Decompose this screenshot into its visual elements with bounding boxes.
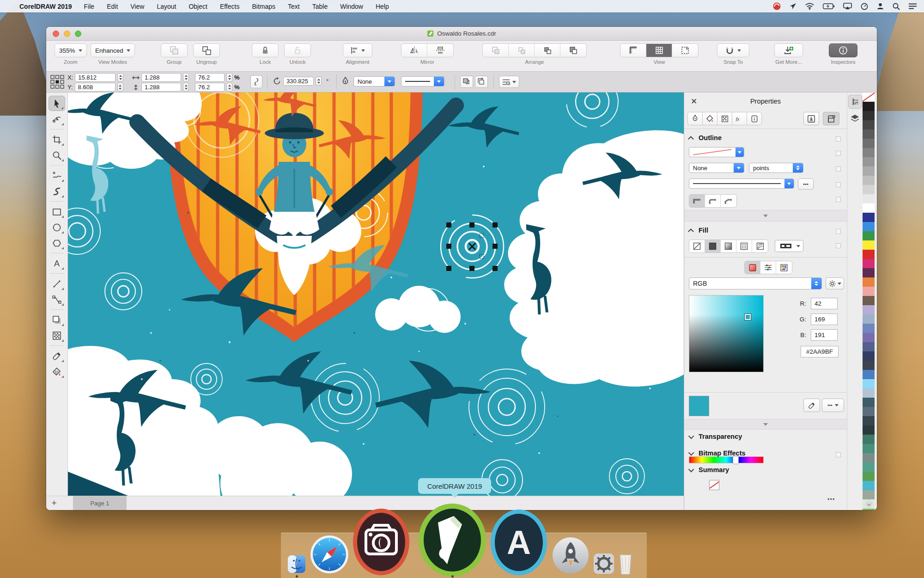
fill-collapse-strip[interactable] [684,419,847,430]
palette-swatch[interactable] [863,509,875,510]
color-options-button[interactable] [826,277,844,289]
texture-fill-button[interactable] [752,240,768,252]
palette-swatch[interactable] [863,305,875,314]
palette-swatch[interactable] [863,185,875,194]
object-height-field[interactable]: 1.288 [141,83,181,92]
outline-collapse-strip[interactable] [684,210,847,221]
zoom-tool[interactable] [49,148,65,163]
interactive-fill-tool[interactable] [49,364,65,379]
fill-section-header[interactable]: Fill [690,227,708,234]
search-icon[interactable] [893,3,900,10]
scale-width-field[interactable]: 76.2 [195,73,225,82]
color-model-select[interactable]: RGB [689,277,822,289]
rulers-button[interactable] [620,44,646,57]
palette-swatch[interactable] [863,268,875,277]
pattern-fill-button[interactable] [736,240,752,252]
tab-effects[interactable]: fx [732,112,747,125]
palette-scroll-down-button[interactable] [865,500,873,508]
fountain-fill-button[interactable] [721,240,736,252]
add-page-button[interactable]: + [46,498,62,508]
pb-options-button[interactable] [499,76,519,88]
palette-swatch[interactable] [863,157,875,166]
location-icon[interactable] [790,3,796,10]
outline-corner-checkbox[interactable] [836,197,841,202]
group-button[interactable] [161,43,188,57]
scale-height-stepper[interactable] [226,83,232,92]
time-machine-icon[interactable] [861,3,868,10]
panel-view-button[interactable] [823,112,839,125]
transparency-tool[interactable] [49,328,65,343]
mirror-vertical-button[interactable] [427,44,453,57]
rectangle-tool[interactable] [49,204,65,219]
corner-round-button[interactable] [705,195,721,207]
text-tool[interactable]: A [49,256,65,271]
selected-object-ripple[interactable] [441,215,504,278]
menu-item-object[interactable]: Object [188,3,207,10]
palette-swatch-none[interactable] [863,92,875,102]
corner-bevel-button[interactable] [721,195,736,207]
palette-swatch[interactable] [863,435,875,444]
dock-item-finder[interactable] [287,555,306,573]
menu-item-bitmaps[interactable]: Bitmaps [252,3,275,10]
fill-type-checkbox[interactable] [836,243,841,248]
minimize-window-button[interactable] [64,31,70,37]
menu-item-text[interactable]: Text [288,3,300,10]
dock-item-system-preferences[interactable] [593,553,614,574]
hue-slider-handle[interactable] [733,456,739,464]
palette-swatch[interactable] [863,342,875,351]
antivirus-icon[interactable] [773,2,781,10]
menu-item-window[interactable]: Window [340,3,363,10]
menu-item-table[interactable]: Table [312,3,328,10]
fill-section-checkbox[interactable] [836,229,841,234]
fill-more-button[interactable]: ••• [822,399,844,412]
palette-swatch[interactable] [863,425,875,435]
tab-transparency[interactable] [717,112,732,125]
outline-width-checkbox[interactable] [836,166,841,172]
palette-swatch[interactable] [863,314,875,324]
x-position-field[interactable]: 15.812 [75,73,116,82]
unlock-button[interactable] [284,43,311,57]
connector-tool[interactable] [49,292,65,307]
palette-swatch[interactable] [863,324,875,333]
battery-icon[interactable] [823,3,834,9]
palette-swatch[interactable] [863,388,875,398]
drawing-canvas[interactable] [68,92,684,496]
palette-swatch[interactable] [863,407,875,416]
y-position-stepper[interactable] [117,83,123,92]
shape-tool[interactable] [49,111,65,127]
no-fill-button[interactable] [689,240,705,252]
y-position-field[interactable]: 8.608 [75,83,116,92]
palette-swatch[interactable] [863,462,875,472]
palette-swatch[interactable] [863,129,875,139]
palette-swatch[interactable] [863,102,875,111]
palette-swatch[interactable] [863,120,875,129]
anchor-point-selector[interactable] [50,74,65,90]
dock-item-coreldraw-2019[interactable] [418,503,487,577]
objects-inspector-tab[interactable] [848,111,862,125]
pick-tool[interactable] [49,96,65,111]
outline-style-select[interactable] [401,76,444,86]
palette-swatch[interactable] [863,259,875,268]
dock-item-corel-photo-paint[interactable] [352,508,410,576]
snap-to-button[interactable] [717,43,749,57]
palette-swatch[interactable] [863,379,875,388]
menu-list-icon[interactable] [909,3,917,9]
bitmap-effects-section-header[interactable]: Bitmap Effects [690,449,746,457]
menu-item-effects[interactable]: Effects [220,3,240,10]
tab-summary[interactable] [747,112,762,125]
wrap-text-button[interactable] [460,76,473,88]
color-viewers-button[interactable] [745,261,760,274]
palette-swatch[interactable] [863,111,875,120]
zoom-level-select[interactable]: 355% [55,43,87,57]
scale-width-stepper[interactable] [226,73,232,82]
get-more-button[interactable] [774,43,803,57]
palette-swatch[interactable] [863,166,875,176]
grid-button[interactable] [646,44,672,57]
bitmap-effects-checkbox[interactable] [836,452,841,457]
dock-item-launchpad[interactable] [552,536,590,574]
menu-item-layout[interactable]: Layout [157,3,176,10]
page-border-button[interactable] [672,44,698,57]
palette-swatch[interactable] [863,203,875,213]
palette-swatch[interactable] [863,250,875,259]
line-tool[interactable] [49,276,65,291]
